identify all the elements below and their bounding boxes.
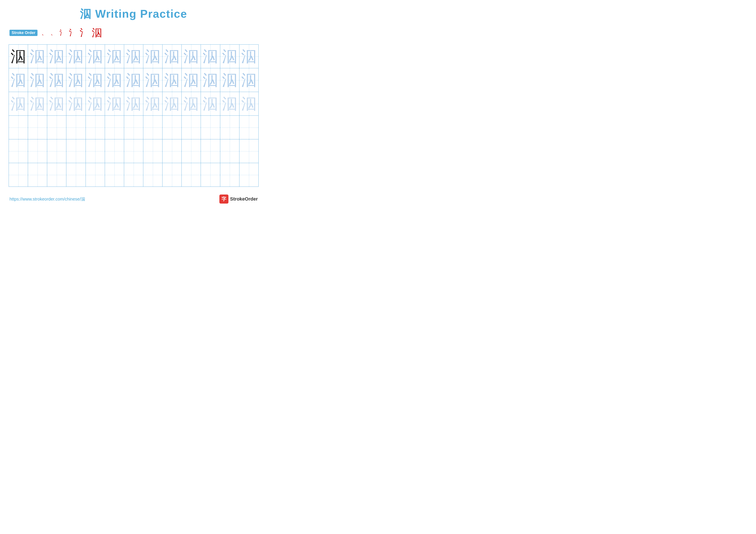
grid-cell[interactable]: [86, 163, 105, 187]
grid-cell[interactable]: 泅: [47, 68, 67, 92]
char-light: 泅: [11, 71, 26, 89]
grid-cell[interactable]: 泅: [9, 92, 28, 116]
grid-cell[interactable]: [143, 116, 162, 140]
grid-cell[interactable]: [220, 140, 239, 163]
grid-cell[interactable]: 泅: [143, 45, 162, 68]
grid-cell[interactable]: 泅: [239, 92, 258, 116]
char-light: 泅: [241, 71, 257, 89]
grid-cell[interactable]: [28, 140, 47, 163]
grid-cell[interactable]: [124, 163, 143, 187]
grid-cell[interactable]: [162, 116, 182, 140]
grid-cell[interactable]: 泅: [105, 45, 124, 68]
grid-cell[interactable]: 泅: [220, 68, 239, 92]
grid-cell[interactable]: 泅: [124, 92, 143, 116]
grid-cell[interactable]: [162, 140, 182, 163]
grid-cell[interactable]: [182, 116, 201, 140]
grid-cell[interactable]: [86, 116, 105, 140]
char-light: 泅: [126, 95, 141, 113]
grid-cell[interactable]: 泅: [105, 92, 124, 116]
grid-cell[interactable]: [9, 140, 28, 163]
grid-cell[interactable]: [239, 116, 258, 140]
char-light: 泅: [202, 95, 218, 113]
grid-cell[interactable]: 泅: [47, 92, 67, 116]
grid-cell[interactable]: [47, 163, 67, 187]
grid-cell[interactable]: [201, 140, 220, 163]
char-light: 泅: [241, 95, 257, 113]
char-light: 泅: [107, 71, 122, 89]
char-light: 泅: [202, 48, 218, 65]
stroke-step-1: 、: [41, 29, 47, 37]
grid-cell[interactable]: [182, 163, 201, 187]
grid-cell[interactable]: 泅: [182, 68, 201, 92]
grid-row-3: 泅 泅 泅 泅 泅 泅 泅 泅 泅 泅 泅 泅 泅: [9, 92, 258, 116]
brand-name: StrokeOrder: [230, 196, 258, 202]
grid-cell[interactable]: 泅: [28, 68, 47, 92]
stroke-step-3: 氵: [60, 28, 66, 37]
grid-cell[interactable]: [143, 163, 162, 187]
grid-cell[interactable]: 泅: [201, 45, 220, 68]
brand-icon: 字: [219, 194, 229, 204]
char-light: 泅: [30, 71, 45, 89]
footer: https://www.strokeorder.com/chinese/泅 字 …: [9, 194, 258, 204]
grid-cell[interactable]: 泅: [47, 45, 67, 68]
grid-cell[interactable]: [105, 140, 124, 163]
grid-cell[interactable]: 泅: [9, 68, 28, 92]
grid-cell[interactable]: 泅: [162, 45, 182, 68]
char-light: 泅: [11, 95, 26, 113]
grid-cell[interactable]: 泅: [86, 45, 105, 68]
grid-cell[interactable]: [28, 116, 47, 140]
grid-cell[interactable]: [86, 140, 105, 163]
stroke-step-6: 泅: [92, 26, 102, 39]
grid-cell[interactable]: [47, 140, 67, 163]
grid-cell[interactable]: [143, 140, 162, 163]
grid-cell[interactable]: 泅: [239, 68, 258, 92]
grid-cell[interactable]: 泅: [201, 68, 220, 92]
grid-cell[interactable]: [239, 140, 258, 163]
grid-cell[interactable]: [67, 140, 86, 163]
grid-cell[interactable]: 泅: [124, 45, 143, 68]
grid-cell[interactable]: [9, 163, 28, 187]
grid-cell[interactable]: 泅: [201, 92, 220, 116]
grid-cell[interactable]: [124, 140, 143, 163]
grid-cell[interactable]: 泅: [67, 68, 86, 92]
grid-cell[interactable]: 泅: [162, 68, 182, 92]
grid-cell[interactable]: 泅: [86, 68, 105, 92]
char-light: 泅: [164, 48, 180, 65]
char-light: 泅: [30, 95, 45, 113]
grid-cell[interactable]: 泅: [220, 92, 239, 116]
grid-cell[interactable]: 泅: [67, 92, 86, 116]
grid-cell[interactable]: 泅: [28, 92, 47, 116]
char-light: 泅: [68, 48, 84, 65]
grid-cell[interactable]: 泅: [86, 92, 105, 116]
grid-cell[interactable]: [162, 163, 182, 187]
grid-cell[interactable]: [201, 116, 220, 140]
grid-cell[interactable]: [9, 116, 28, 140]
grid-cell[interactable]: [124, 116, 143, 140]
grid-cell[interactable]: [67, 116, 86, 140]
grid-cell[interactable]: [239, 163, 258, 187]
grid-cell[interactable]: 泅: [67, 45, 86, 68]
grid-cell[interactable]: 泅: [162, 92, 182, 116]
grid-cell[interactable]: 泅: [143, 92, 162, 116]
grid-cell[interactable]: 泅: [220, 45, 239, 68]
grid-cell[interactable]: [47, 116, 67, 140]
grid-row-1: 泅 泅 泅 泅 泅 泅 泅 泅 泅 泅 泅 泅 泅: [9, 45, 258, 68]
grid-cell[interactable]: [220, 116, 239, 140]
grid-cell[interactable]: 泅: [28, 45, 47, 68]
grid-cell[interactable]: 泅: [9, 45, 28, 68]
grid-cell[interactable]: [220, 163, 239, 187]
grid-cell[interactable]: 泅: [143, 68, 162, 92]
grid-cell[interactable]: [105, 163, 124, 187]
footer-url[interactable]: https://www.strokeorder.com/chinese/泅: [10, 196, 85, 202]
grid-cell[interactable]: [28, 163, 47, 187]
grid-cell[interactable]: 泅: [124, 68, 143, 92]
grid-cell[interactable]: 泅: [105, 68, 124, 92]
grid-cell[interactable]: [67, 163, 86, 187]
grid-cell[interactable]: 泅: [182, 92, 201, 116]
grid-cell[interactable]: [182, 140, 201, 163]
char-light: 泅: [107, 48, 122, 65]
grid-cell[interactable]: [201, 163, 220, 187]
grid-cell[interactable]: [105, 116, 124, 140]
grid-cell[interactable]: 泅: [239, 45, 258, 68]
grid-cell[interactable]: 泅: [182, 45, 201, 68]
